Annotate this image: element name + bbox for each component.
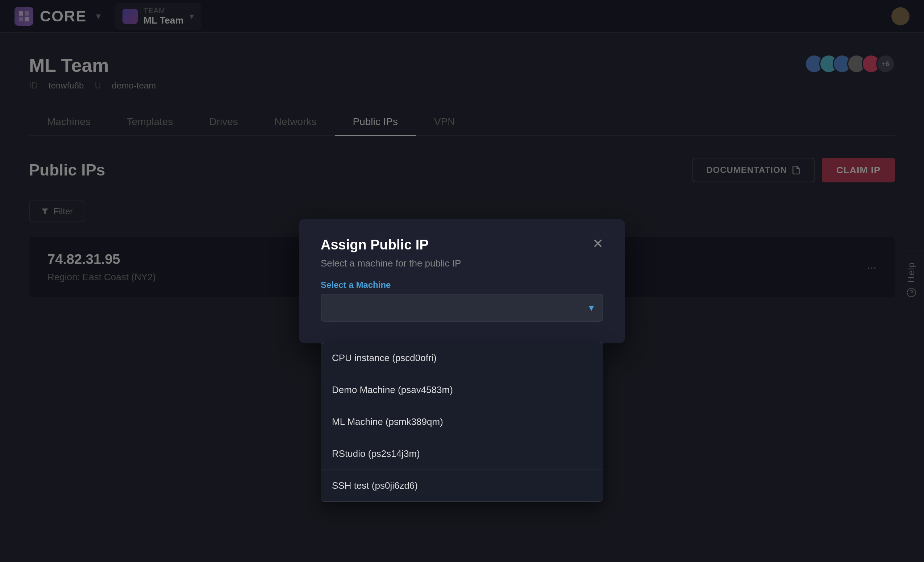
modal-subtitle: Select a machine for the public IP [321, 258, 461, 269]
select-chevron-icon: ▾ [589, 302, 594, 314]
modal-header: Assign Public IP Select a machine for th… [299, 219, 625, 280]
dropdown-item-cpu[interactable]: CPU instance (pscd0ofri) [321, 342, 603, 374]
select-label: Select a Machine [321, 280, 603, 290]
dropdown-item-ml[interactable]: ML Machine (psmk389qm) [321, 406, 603, 438]
dropdown-item-demo[interactable]: Demo Machine (psav4583m) [321, 374, 603, 406]
machine-select-box[interactable]: ▾ [321, 294, 603, 322]
modal-title: Assign Public IP [321, 237, 461, 253]
modal-close-button[interactable]: ✕ [592, 237, 603, 250]
modal-overlay[interactable]: Assign Public IP Select a machine for th… [0, 0, 924, 562]
dropdown-item-ssh[interactable]: SSH test (ps0ji6zd6) [321, 470, 603, 502]
dropdown-item-rstudio[interactable]: RStudio (ps2s14j3m) [321, 438, 603, 470]
assign-ip-modal: Assign Public IP Select a machine for th… [299, 219, 625, 343]
machine-select-container: Select a Machine ▾ CPU instance (pscd0of… [299, 280, 625, 343]
machine-dropdown: CPU instance (pscd0ofri) Demo Machine (p… [321, 342, 603, 502]
